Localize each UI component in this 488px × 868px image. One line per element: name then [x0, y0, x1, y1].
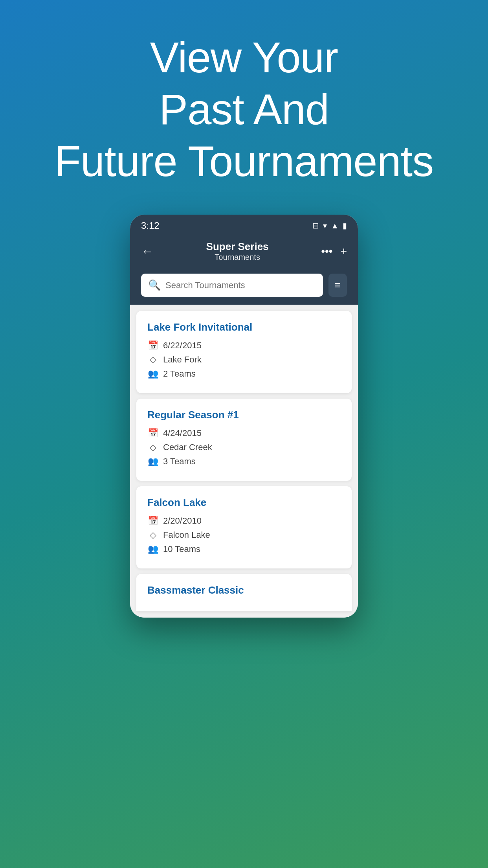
hero-line2: Past And [159, 85, 329, 133]
tournament-date-3: 📅 2/20/2010 [147, 516, 341, 526]
header-actions: ••• + [321, 245, 347, 257]
calendar-icon-2: 📅 [147, 428, 158, 438]
filter-icon: ≡ [335, 279, 341, 291]
teams-icon-1: 👥 [147, 369, 158, 379]
hero-line1: View Your [150, 33, 338, 81]
header-title-group: Super Series Tournaments [206, 241, 269, 262]
status-time: 3:12 [141, 220, 160, 231]
tournament-name-3: Falcon Lake [147, 497, 341, 509]
date-value-1: 6/22/2015 [163, 340, 202, 351]
tournament-date-2: 📅 4/24/2015 [147, 428, 341, 438]
calendar-icon-3: 📅 [147, 516, 158, 526]
battery-icon: ▮ [343, 221, 347, 230]
teams-value-1: 2 Teams [163, 369, 196, 379]
water-icon-1: ◇ [147, 355, 158, 365]
search-input[interactable] [165, 280, 316, 291]
teams-icon-2: 👥 [147, 456, 158, 467]
tournament-location-1: ◇ Lake Fork [147, 355, 341, 365]
tournament-name-2: Regular Season #1 [147, 409, 341, 421]
hero-section: View Your Past And Future Tournaments [0, 0, 488, 211]
tournament-name-1: Lake Fork Invitational [147, 321, 341, 333]
tournament-card-1[interactable]: Lake Fork Invitational 📅 6/22/2015 ◇ Lak… [136, 311, 352, 393]
tournament-teams-1: 👥 2 Teams [147, 369, 341, 379]
content-area: Lake Fork Invitational 📅 6/22/2015 ◇ Lak… [130, 305, 358, 618]
phone-mockup: 3:12 ⊟ ▾ ▲ ▮ ← Super Series Tournaments … [130, 215, 358, 618]
location-value-1: Lake Fork [163, 355, 202, 365]
search-area: 🔍 ≡ [130, 270, 358, 305]
app-header: ← Super Series Tournaments ••• + [130, 235, 358, 270]
signal-icon: ▲ [331, 221, 339, 230]
calendar-icon-1: 📅 [147, 340, 158, 351]
location-value-2: Cedar Creek [163, 442, 212, 452]
tournament-location-2: ◇ Cedar Creek [147, 442, 341, 452]
tournament-card-4[interactable]: Bassmaster Classic [136, 574, 352, 611]
vibrate-icon: ⊟ [312, 221, 319, 230]
status-icons: ⊟ ▾ ▲ ▮ [312, 221, 347, 230]
tournament-card-2[interactable]: Regular Season #1 📅 4/24/2015 ◇ Cedar Cr… [136, 399, 352, 481]
tournament-card-3[interactable]: Falcon Lake 📅 2/20/2010 ◇ Falcon Lake 👥 … [136, 486, 352, 568]
tournament-name-4: Bassmaster Classic [147, 584, 341, 596]
date-value-2: 4/24/2015 [163, 428, 202, 438]
search-icon: 🔍 [148, 279, 161, 291]
wifi-icon: ▾ [323, 221, 327, 230]
header-title-sub: Tournaments [206, 253, 269, 262]
header-title-main: Super Series [206, 241, 269, 253]
teams-value-3: 10 Teams [163, 544, 200, 554]
add-button[interactable]: + [341, 245, 347, 257]
date-value-3: 2/20/2010 [163, 516, 202, 526]
search-box[interactable]: 🔍 [141, 274, 323, 297]
tournament-teams-2: 👥 3 Teams [147, 456, 341, 467]
filter-button[interactable]: ≡ [328, 274, 347, 297]
tournament-location-3: ◇ Falcon Lake [147, 530, 341, 540]
tournament-date-1: 📅 6/22/2015 [147, 340, 341, 351]
back-button[interactable]: ← [141, 244, 154, 259]
water-icon-3: ◇ [147, 530, 158, 540]
hero-line3: Future Tournaments [55, 137, 433, 185]
teams-icon-3: 👥 [147, 544, 158, 554]
water-icon-2: ◇ [147, 442, 158, 452]
more-button[interactable]: ••• [321, 245, 332, 257]
status-bar: 3:12 ⊟ ▾ ▲ ▮ [130, 215, 358, 235]
location-value-3: Falcon Lake [163, 530, 210, 540]
teams-value-2: 3 Teams [163, 456, 196, 467]
tournament-teams-3: 👥 10 Teams [147, 544, 341, 554]
